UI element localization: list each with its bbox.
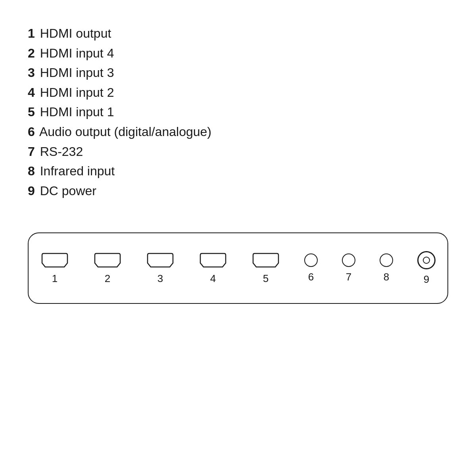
circle-port-7 [342,253,355,267]
port-label-9: 9 [424,273,429,286]
list-item: 1 HDMI output [28,24,448,44]
port-label-4: 4 [210,273,216,285]
item-number: 2 [28,46,35,60]
item-number: 4 [28,85,35,100]
hdmi-icon-4 [199,252,227,269]
item-desc: DC power [36,184,96,198]
list-item: 9 DC power [28,181,448,201]
port-group-6: 6 [304,253,318,283]
port-group-9: 9 [417,251,436,286]
legend-list: 1 HDMI output 2 HDMI input 4 3 HDMI inpu… [28,24,448,201]
port-label-7: 7 [346,271,351,283]
list-item: 2 HDMI input 4 [28,44,448,63]
port-label-6: 6 [308,271,314,283]
panel-box: 1 2 3 [28,232,448,304]
hdmi-icon-2 [93,252,122,269]
item-number: 7 [28,144,35,159]
item-number: 8 [28,164,35,178]
port-group-7: 7 [342,253,355,283]
port-label-8: 8 [384,271,389,283]
list-item: 8 Infrared input [28,161,448,181]
item-desc: HDMI input 2 [36,85,114,100]
circle-port-large-9 [417,251,436,269]
port-group-4: 4 [199,252,227,285]
port-group-5: 5 [251,252,280,285]
list-item: 3 HDMI input 3 [28,63,448,83]
circle-port-8 [380,253,393,267]
port-group-1: 1 [40,252,69,285]
item-desc: RS-232 [36,144,83,159]
item-desc: HDMI input 3 [36,65,114,80]
port-group-3: 3 [146,252,175,285]
item-number: 9 [28,184,35,198]
list-item: 6 Audio output (digital/analogue) [28,122,448,142]
list-item: 5 HDMI input 1 [28,102,448,122]
circle-port-6 [304,253,318,267]
item-number: 5 [28,105,35,119]
item-number: 6 [28,125,35,139]
port-group-8: 8 [380,253,393,283]
item-desc: Audio output (digital/analogue) [36,125,211,139]
hdmi-icon-5 [251,252,280,269]
ports-row: 1 2 3 [40,251,436,286]
list-item: 7 RS-232 [28,142,448,162]
page-wrapper: 1 HDMI output 2 HDMI input 4 3 HDMI inpu… [0,0,476,328]
port-group-2: 2 [93,252,122,285]
port-label-2: 2 [105,273,110,285]
port-label-5: 5 [263,273,269,285]
diagram-panel: 1 2 3 [28,232,448,304]
list-item: 4 HDMI input 2 [28,83,448,103]
hdmi-icon-3 [146,252,175,269]
item-number: 1 [28,26,35,40]
hdmi-icon-1 [40,252,69,269]
port-label-1: 1 [52,273,58,285]
item-desc: Infrared input [36,164,115,178]
item-desc: HDMI output [36,26,111,40]
item-number: 3 [28,65,35,80]
port-label-3: 3 [157,273,163,285]
item-desc: HDMI input 1 [36,105,114,119]
item-desc: HDMI input 4 [36,46,114,60]
